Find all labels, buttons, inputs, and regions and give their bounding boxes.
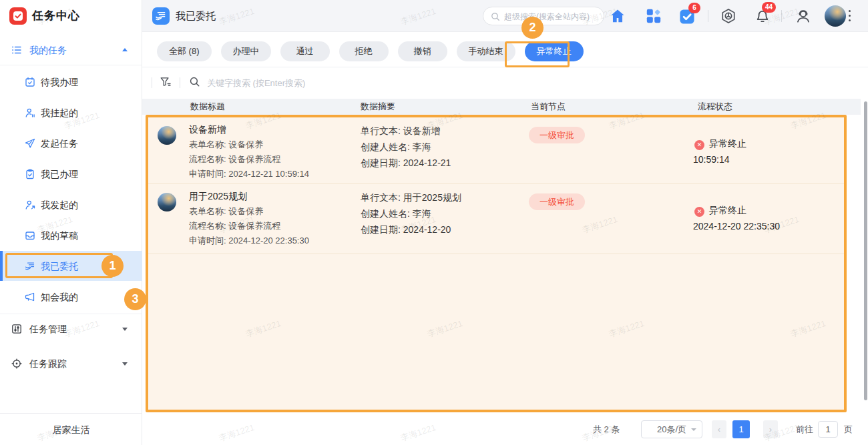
sidebar-item-cc-me[interactable]: 知会我的 [0, 282, 142, 312]
tab-all[interactable]: 全部 (8) [157, 41, 212, 61]
task-center-app: 任务中心 我的任务 待我办理 [0, 0, 868, 445]
sidebar-item-initiate-task[interactable]: 发起任务 [0, 128, 142, 159]
tab-revoked[interactable]: 撤销 [398, 41, 447, 61]
sidebar-group-task-track[interactable]: 任务跟踪 [0, 352, 142, 375]
row-form-name: 表单名称: 设备保养 [189, 139, 263, 151]
page-unit-label: 页 [844, 414, 853, 445]
chevron-down-icon [691, 428, 696, 431]
row-flow-name: 流程名称: 设备保养流程 [189, 153, 280, 165]
status-label: 异常终止 [709, 205, 746, 217]
sidebar-item-delegated[interactable]: 我已委托 [0, 251, 142, 281]
tab-rejected[interactable]: 拒绝 [339, 41, 389, 61]
tab-approved[interactable]: 通过 [280, 41, 330, 61]
divider [708, 10, 708, 22]
tab-in-progress[interactable]: 办理中 [221, 41, 271, 61]
sidebar-group-label: 任务管理 [29, 318, 67, 340]
page-size-select[interactable]: 20条/页 [641, 420, 702, 438]
global-search-input[interactable] [503, 9, 600, 25]
sidebar-item-label: 待我办理 [41, 67, 78, 97]
total-count-label: 共 2 条 [593, 414, 620, 445]
sidebar: 任务中心 我的任务 待我办理 [0, 0, 142, 445]
status-time: 2024-12-20 22:35:30 [693, 221, 780, 232]
user-arrow-icon [25, 199, 35, 210]
divider [0, 65, 142, 65]
delegated-page-icon [152, 7, 170, 25]
more-menu-icon[interactable] [845, 9, 855, 23]
customer-service-icon[interactable] [795, 8, 811, 24]
current-node-badge: 一级审批 [529, 193, 585, 210]
hexagon-clock-icon[interactable] [720, 8, 736, 24]
app-logo-row: 任务中心 [0, 0, 142, 32]
sidebar-item-label: 我挂起的 [41, 97, 78, 128]
row-create-date: 创建日期: 2024-12-21 [361, 157, 451, 169]
row-create-date: 创建日期: 2024-12-20 [361, 224, 451, 236]
prev-page-button[interactable] [712, 420, 726, 438]
sidebar-group-my-tasks[interactable]: 我的任务 [0, 39, 142, 61]
goto-label: 前往 [796, 414, 813, 445]
global-search[interactable] [483, 7, 604, 25]
clipboard-check-icon [25, 169, 35, 179]
delegate-hand-icon [25, 261, 35, 272]
goto-page-input[interactable] [818, 421, 838, 438]
filter-funnel-icon[interactable] [160, 76, 172, 88]
table-row[interactable]: 设备新增 表单名称: 设备保养 流程名称: 设备保养流程 申请时间: 2024-… [148, 117, 844, 183]
main-content: 全部 (8) 办理中 通过 拒绝 撤销 手动结束 异常终止 数据标题 数据摘要 … [142, 32, 868, 445]
row-single-line-text: 单行文本: 用于2025规划 [361, 192, 461, 204]
table-body-highlighted: 设备新增 表单名称: 设备保养 流程名称: 设备保养流程 申请时间: 2024-… [146, 115, 847, 412]
sliders-icon [11, 324, 22, 334]
sidebar-item-suspended[interactable]: 我挂起的 [0, 97, 142, 128]
sidebar-item-label: 知会我的 [41, 282, 78, 312]
current-page-button[interactable]: 1 [732, 420, 750, 438]
page-size-value: 20条/页 [657, 424, 686, 434]
divider [142, 67, 868, 67]
chevron-up-icon [122, 48, 128, 51]
divider [0, 314, 142, 314]
list-icon [11, 45, 22, 55]
tab-abnormal-termination[interactable]: 异常终止 [525, 41, 584, 61]
table-row[interactable]: 用于2025规划 表单名称: 设备保养 流程名称: 设备保养流程 申请时间: 2… [148, 184, 844, 254]
row-creator: 创建人姓名: 李海 [361, 141, 431, 153]
error-status-icon [694, 140, 704, 150]
page-title: 我已委托 [176, 0, 216, 32]
chevron-down-icon [122, 328, 128, 331]
divider [152, 77, 152, 88]
app-title: 任务中心 [32, 0, 80, 32]
column-header-summary: 数据摘要 [361, 99, 395, 115]
sidebar-item-label: 我发起的 [41, 189, 78, 220]
sidebar-item-initiated-by-me[interactable]: 我发起的 [0, 189, 142, 220]
inbox-icon [25, 230, 35, 241]
apps-grid-icon[interactable] [646, 8, 662, 24]
row-single-line-text: 单行文本: 设备新增 [361, 125, 441, 137]
keyword-search-input[interactable] [206, 73, 422, 92]
chevron-down-icon [122, 362, 128, 366]
sidebar-item-label: 发起任务 [41, 128, 78, 159]
target-icon [11, 358, 22, 369]
sidebar-item-label: 我已委托 [41, 251, 78, 282]
row-avatar [158, 126, 176, 145]
app-logo-icon [9, 7, 27, 25]
column-header-status: 流程状态 [698, 99, 732, 115]
calendar-icon [25, 77, 35, 87]
sidebar-group-task-manage[interactable]: 任务管理 [0, 318, 142, 340]
status-time: 10:59:14 [693, 154, 730, 165]
user-avatar[interactable] [825, 5, 846, 27]
notification-count-badge: 44 [762, 2, 776, 13]
workspace-footer[interactable]: 居家生活 [0, 413, 142, 445]
home-icon[interactable] [610, 8, 626, 24]
sidebar-group-label: 我的任务 [29, 39, 67, 61]
status-label: 异常终止 [709, 138, 746, 150]
vertical-scrollbar[interactable] [864, 101, 867, 400]
sidebar-item-todo[interactable]: 待我办理 [0, 67, 142, 97]
row-form-name: 表单名称: 设备保养 [189, 205, 263, 217]
next-page-button[interactable] [763, 420, 778, 438]
user-pause-icon [25, 107, 35, 118]
topbar: 我已委托 6 [142, 0, 868, 32]
sidebar-item-done[interactable]: 我已办理 [0, 159, 142, 189]
sidebar-group-label: 任务跟踪 [29, 352, 67, 375]
sidebar-item-drafts[interactable]: 我的草稿 [0, 220, 142, 251]
status-filter-tabs: 全部 (8) 办理中 通过 拒绝 撤销 手动结束 异常终止 [157, 41, 584, 61]
todo-count-badge: 6 [688, 3, 700, 13]
column-header-title: 数据标题 [190, 99, 225, 115]
divider [781, 10, 782, 22]
tab-manual-end[interactable]: 手动结束 [457, 41, 515, 61]
